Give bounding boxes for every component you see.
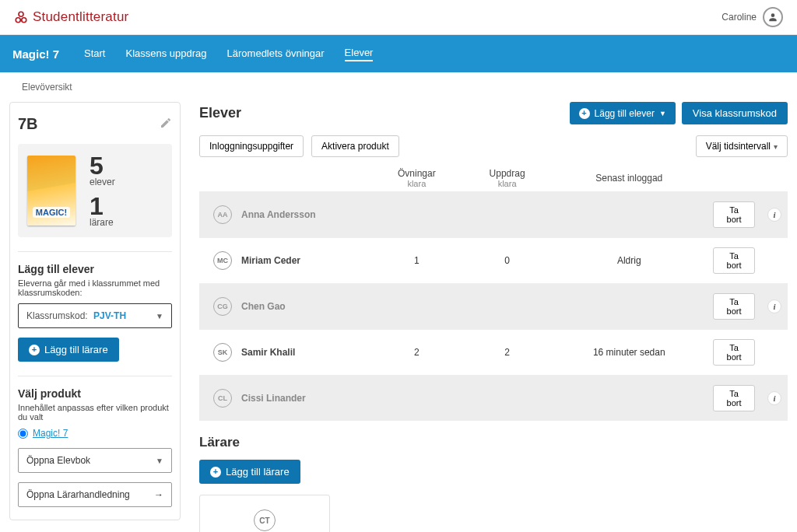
col-uppdrag: Uppdrag klara: [463, 165, 552, 192]
cell-uppdrag: 0: [463, 238, 552, 284]
chevron-down-icon: ▼: [659, 110, 666, 117]
user-name: Caroline: [722, 12, 757, 23]
cell-uppdrag: 2: [463, 330, 552, 376]
open-lararhandledning-label: Öppna Lärarhandledning: [26, 489, 130, 500]
remove-student-button[interactable]: Ta bort: [713, 339, 755, 366]
students-count: 5: [90, 153, 115, 178]
add-teacher-button-sidebar[interactable]: + Lägg till lärare: [18, 338, 119, 362]
chevron-down-icon: ▼: [156, 457, 163, 465]
teachers-label: lärare: [90, 217, 115, 228]
remove-student-button[interactable]: Ta bort: [713, 293, 755, 320]
add-students-button-label: Lägg till elever: [595, 108, 655, 119]
plus-circle-icon: +: [579, 108, 590, 119]
cell-ovningar: [370, 284, 463, 330]
add-teacher-label: Lägg till lärare: [44, 344, 108, 355]
student-avatar: CL: [213, 389, 232, 408]
add-students-desc: Eleverna går med i klassrummet med klass…: [18, 278, 172, 297]
plus-circle-icon: +: [29, 345, 40, 355]
teachers-section-title: Lärare: [199, 435, 788, 450]
student-name[interactable]: Miriam Ceder: [241, 255, 300, 266]
nav-product-title: Magic! 7: [12, 47, 59, 61]
student-avatar: SK: [213, 343, 232, 362]
table-row: MCMiriam Ceder10AldrigTa bort: [199, 238, 788, 284]
add-students-title: Lägg till elever: [18, 263, 172, 275]
cell-ovningar: [370, 192, 463, 238]
svg-point-1: [22, 18, 26, 23]
table-row: SKSamir Khalil2216 minuter sedanTa bort: [199, 330, 788, 376]
nav-start[interactable]: Start: [84, 47, 105, 61]
col-senast: Senast inloggad: [552, 165, 707, 192]
topbar: Studentlitteratur Caroline: [0, 0, 797, 35]
classroom-code-dropdown[interactable]: Klassrumskod: PJV-TH ▼: [18, 303, 172, 328]
student-name[interactable]: Samir Khalil: [241, 347, 295, 358]
brand[interactable]: Studentlitteratur: [14, 9, 128, 25]
user-avatar-icon: [763, 7, 783, 27]
remove-student-button[interactable]: Ta bort: [713, 201, 755, 228]
activate-product-button[interactable]: Aktivera produkt: [311, 135, 399, 157]
brand-logo-icon: [14, 10, 28, 24]
classroom-code-value: PJV-TH: [93, 310, 126, 321]
open-lararhandledning-button[interactable]: Öppna Lärarhandledning →: [18, 482, 172, 507]
col-ovningar: Övningar klara: [370, 165, 463, 192]
navbar: Magic! 7 Start Klassens uppdrag Läromedl…: [0, 35, 797, 72]
info-icon[interactable]: i: [767, 391, 781, 405]
arrow-right-icon: →: [154, 489, 163, 500]
students-label: elever: [90, 177, 115, 187]
brand-text: Studentlitteratur: [33, 9, 128, 25]
nav-elever[interactable]: Elever: [345, 47, 374, 61]
user-menu[interactable]: Caroline: [722, 7, 783, 27]
product-radio[interactable]: [18, 429, 28, 439]
remove-student-button[interactable]: Ta bort: [713, 247, 755, 274]
add-teacher-button-main[interactable]: + Lägg till lärare: [199, 460, 300, 484]
choose-product-desc: Innehållet anpassas efter vilken produkt…: [18, 403, 172, 422]
cell-uppdrag: [463, 376, 552, 422]
book-cover-title: MAGIC!: [33, 207, 70, 218]
edit-class-icon[interactable]: [160, 117, 172, 131]
svg-point-2: [19, 12, 23, 16]
teachers-count: 1: [90, 194, 115, 219]
cell-senast: [552, 376, 707, 422]
student-name[interactable]: Chen Gao: [241, 301, 286, 312]
login-info-button[interactable]: Inloggningsuppgifter: [199, 135, 304, 157]
student-avatar: AA: [213, 205, 232, 224]
teacher-card: CT Caroline Topolovec caroline.topolovec…: [199, 495, 330, 532]
cell-senast: [552, 284, 707, 330]
info-icon[interactable]: i: [767, 208, 781, 222]
student-avatar: CG: [213, 297, 232, 316]
remove-student-button[interactable]: Ta bort: [713, 385, 755, 411]
svg-point-0: [16, 18, 20, 23]
classroom-code-label: Klassrumskod:: [26, 310, 88, 321]
sidebar: 7B MAGIC! 5 elever 1 lärare Lägg till: [9, 102, 181, 520]
open-elevbok-label: Öppna Elevbok: [26, 455, 90, 466]
student-name[interactable]: Cissi Linander: [241, 393, 306, 404]
student-name[interactable]: Anna Andersson: [241, 209, 316, 220]
choose-product-title: Välj produkt: [18, 387, 172, 400]
table-row: CGChen GaoTa borti: [199, 284, 788, 330]
class-name: 7B: [18, 115, 38, 133]
cell-senast: [552, 192, 707, 238]
cell-senast: Aldrig: [552, 238, 707, 284]
chevron-down-icon: ▾: [774, 142, 778, 151]
cell-uppdrag: [463, 284, 552, 330]
table-row: AAAnna AnderssonTa borti: [199, 192, 788, 238]
nav-laromedlets-ovningar[interactable]: Läromedlets övningar: [227, 47, 325, 61]
teacher-avatar: CT: [254, 509, 276, 531]
plus-circle-icon: +: [210, 467, 221, 478]
nav-klassens-uppdrag[interactable]: Klassens uppdrag: [125, 47, 206, 61]
cell-ovningar: [370, 376, 463, 422]
table-row: CLCissi LinanderTa borti: [199, 376, 788, 422]
info-icon[interactable]: i: [767, 299, 781, 313]
show-classroom-code-button[interactable]: Visa klassrumskod: [682, 102, 788, 124]
breadcrumb: Elevöversikt: [0, 72, 797, 102]
book-cover: MAGIC!: [27, 156, 75, 226]
time-interval-dropdown[interactable]: Välj tidsintervall ▾: [696, 135, 788, 157]
product-radio-label[interactable]: Magic! 7: [33, 428, 68, 439]
cell-senast: 16 minuter sedan: [552, 330, 707, 376]
open-elevbok-dropdown[interactable]: Öppna Elevbok ▼: [18, 448, 172, 473]
page-title: Elever: [199, 105, 241, 121]
cell-ovningar: 1: [370, 238, 463, 284]
add-students-button[interactable]: + Lägg till elever ▼: [570, 102, 676, 124]
student-avatar: MC: [213, 251, 232, 270]
class-summary-card: MAGIC! 5 elever 1 lärare: [18, 144, 172, 237]
cell-uppdrag: [463, 192, 552, 238]
